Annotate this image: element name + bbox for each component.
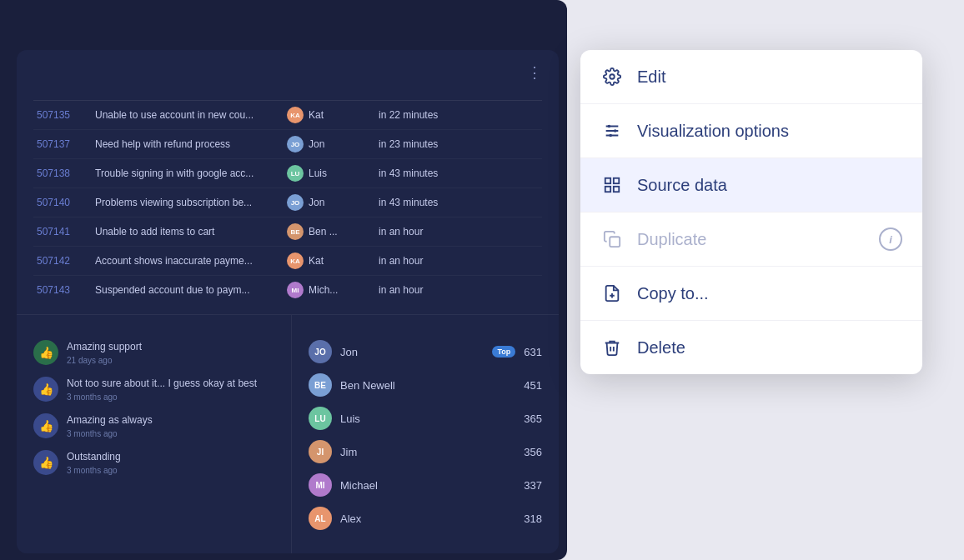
table-row[interactable]: 507141 Unable to add items to cart BE Be… [33,218,542,247]
avatar: JO [287,136,304,152]
csat-comments-list: 👍 Amazing support 21 days ago 👍 Not too … [33,340,274,475]
solver-avatar: AL [309,507,332,530]
cell-subject: Suspended account due to paym... [95,284,287,296]
cell-sla: in 22 minutes [379,109,539,121]
table-row[interactable]: 507143 Suspended account due to paym... … [33,276,542,304]
table-row[interactable]: 507135 Unable to use account in new cou.… [33,101,542,130]
thumbs-up-icon: 👍 [33,340,58,365]
solvers-panel: JO Jon Top 631 BE Ben Newell 451 LU Luis… [292,314,559,553]
info-icon: i [879,228,902,251]
thumbs-up-icon: 👍 [33,377,58,402]
edit-icon [600,65,624,88]
table-row[interactable]: 507137 Need help with refund process JO … [33,130,542,159]
cell-subject: Unable to use account in new cou... [95,109,287,121]
avatar: JO [287,194,304,211]
solver-name: Alex [340,512,515,525]
comment-text-wrap: Amazing support 21 days ago [67,340,274,365]
comment-item: 👍 Not too sure about it... I guess okay … [33,377,274,402]
svg-point-4 [608,125,611,128]
cell-id: 507135 [37,109,95,121]
delete-icon [600,336,624,359]
menu-label-source-data: Source data [637,176,902,195]
cell-subject: Trouble signing in with google acc... [95,168,287,179]
cell-sla: in an hour [379,255,539,267]
solver-avatar: JO [309,340,332,363]
cell-assignee: JO Jon [287,136,379,152]
comment-time: 3 months ago [67,429,274,438]
cell-id: 507137 [37,138,95,150]
comment-text-wrap: Not too sure about it... I guess okay at… [67,377,274,402]
comment-text-wrap: Amazing as always 3 months ago [67,413,274,438]
menu-label-visualization: Visualization options [637,122,902,141]
solver-row: MI Michael 337 [309,473,542,497]
solver-row: JO Jon Top 631 [309,340,542,363]
table-row[interactable]: 507140 Problems viewing subscription be.… [33,188,542,218]
comment-text: Not too sure about it... I guess okay at… [67,377,274,391]
comment-time: 3 months ago [67,392,274,402]
solver-count: 337 [524,479,542,492]
cell-sla: in an hour [379,284,539,296]
cell-sla: in an hour [379,226,539,238]
menu-label-edit: Edit [637,68,902,87]
solver-avatar: LU [309,407,332,430]
comment-time: 21 days ago [67,356,274,365]
svg-rect-10 [614,187,619,192]
bottom-panels: 👍 Amazing support 21 days ago 👍 Not too … [17,314,559,553]
menu-item-visualization[interactable]: Visualization options [580,104,922,158]
cell-subject: Unable to add items to cart [95,226,287,238]
more-options-icon[interactable]: ⋮ [527,63,542,82]
solver-row: AL Alex 318 [309,507,542,530]
thumbs-up-icon: 👍 [33,450,58,475]
avatar: LU [287,165,304,182]
context-menu: Edit Visualization options Source data D… [580,50,922,374]
solver-row: BE Ben Newell 451 [309,373,542,397]
main-card: ⋮ 507135 Unable to use account in new co… [17,50,559,553]
svg-point-0 [610,74,615,79]
comment-time: 3 months ago [67,466,274,475]
solver-row: JI Jim 356 [309,440,542,463]
duplicate-icon [600,228,624,251]
comment-item: 👍 Amazing as always 3 months ago [33,413,274,438]
solver-name: Jon [340,346,484,358]
comment-text: Amazing as always [67,413,274,428]
table-row[interactable]: 507142 Account shows inaccurate payme...… [33,247,542,276]
menu-item-source-data[interactable]: Source data [580,158,922,212]
svg-rect-8 [614,178,619,183]
solver-name: Ben Newell [340,379,515,392]
menu-item-copy-to[interactable]: Copy to... [580,267,922,321]
avatar: MI [287,282,304,298]
avatar: KA [287,107,304,123]
table-row[interactable]: 507138 Trouble signing in with google ac… [33,159,542,188]
cell-id: 507142 [37,255,95,267]
cell-sla: in 43 minutes [379,168,539,179]
menu-items-container: Edit Visualization options Source data D… [580,50,922,374]
comment-text: Outstanding [67,450,274,464]
solver-count: 356 [524,446,542,458]
cell-sla: in 23 minutes [379,138,539,150]
cell-id: 507143 [37,284,95,296]
cell-sla: in 43 minutes [379,197,539,208]
solver-count: 451 [524,379,542,392]
solver-count: 631 [524,346,542,358]
solver-avatar: BE [309,373,332,397]
copy-to-icon [600,282,624,305]
cell-subject: Need help with refund process [95,138,287,150]
menu-item-edit[interactable]: Edit [580,50,922,104]
cell-id: 507138 [37,168,95,179]
menu-item-delete[interactable]: Delete [580,321,922,374]
ticket-table-body: 507135 Unable to use account in new cou.… [33,101,542,304]
comment-item: 👍 Amazing support 21 days ago [33,340,274,365]
source-data-icon [600,173,624,197]
menu-item-duplicate: Duplicate i [580,212,922,267]
svg-point-6 [609,134,612,138]
table-header [33,93,542,101]
svg-rect-11 [610,237,620,247]
csat-panel: 👍 Amazing support 21 days ago 👍 Not too … [17,314,292,553]
menu-label-duplicate: Duplicate [637,230,866,249]
menu-label-copy-to: Copy to... [637,284,902,303]
cell-assignee: LU Luis [287,165,379,182]
cell-id: 507141 [37,226,95,238]
cell-subject: Problems viewing subscription be... [95,197,287,208]
cell-assignee: KA Kat [287,252,379,269]
solvers-list: JO Jon Top 631 BE Ben Newell 451 LU Luis… [309,340,542,530]
